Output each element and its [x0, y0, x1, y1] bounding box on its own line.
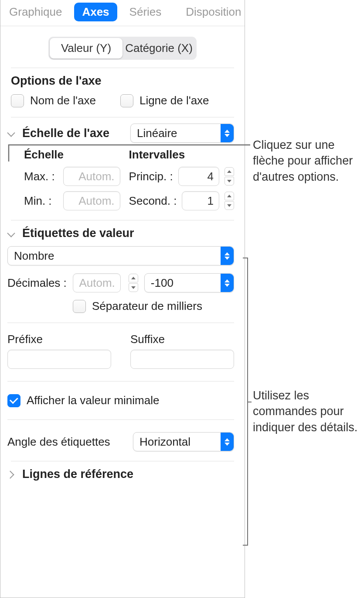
input-decimals[interactable]: Autom. [73, 273, 121, 292]
updown-arrows-icon [221, 124, 234, 142]
annotation-area: Cliquez sur une flèche pour afficher d'a… [245, 0, 364, 598]
stepper-down-icon[interactable] [225, 177, 234, 186]
tab-disposition[interactable]: Disposition [181, 3, 245, 21]
popup-negative-format[interactable]: -100 [144, 273, 234, 292]
checkbox-show-min-value[interactable]: Afficher la valeur minimale [7, 394, 234, 407]
callout-leader-mid [248, 402, 252, 402]
checkbox-checked-icon [7, 394, 20, 407]
disclosure-value-labels[interactable]: Étiquettes de valeur [7, 227, 234, 240]
popup-axis-scale-type[interactable]: Linéaire [130, 124, 234, 143]
label-max: Max. : [24, 170, 60, 183]
section-value-labels: Étiquettes de valeur Nombre Décimales : … [0, 220, 245, 461]
updown-arrows-icon [221, 433, 234, 451]
chevron-down-icon [7, 129, 15, 137]
input-prefix[interactable] [7, 350, 111, 369]
disclosure-reference-lines[interactable]: Lignes de référence [7, 467, 234, 481]
checkbox-label: Ligne de l'axe [139, 94, 209, 107]
updown-arrows-icon [221, 274, 234, 292]
callout-leader-top [7, 144, 253, 170]
input-interval-minor[interactable]: 1 [182, 191, 219, 210]
stepper-up-icon[interactable] [129, 274, 138, 282]
label-prefix: Préfixe [7, 333, 111, 346]
checkbox-icon [120, 94, 133, 107]
checkbox-icon [11, 94, 24, 107]
axis-segmented-control[interactable]: Valeur (Y) Catégorie (X) [48, 37, 197, 60]
stepper-decimals[interactable] [129, 274, 138, 292]
format-inspector-panel: Graphique Axes Séries Disposition Valeur… [0, 0, 245, 598]
label-minor: Second. : [129, 194, 177, 208]
tab-series[interactable]: Séries [125, 3, 166, 21]
segment-category-x[interactable]: Catégorie (X) [122, 38, 195, 58]
section-axis-options: Options de l'axe Nom de l'axe Ligne de l… [0, 68, 245, 117]
checkbox-label: Séparateur de milliers [92, 299, 202, 313]
disclosure-axis-scale[interactable]: Échelle de l'axe [7, 127, 109, 140]
checkbox-axis-name[interactable]: Nom de l'axe [11, 94, 96, 107]
tab-graphique[interactable]: Graphique [5, 3, 66, 21]
main-tab-bar: Graphique Axes Séries Disposition [0, 0, 245, 26]
checkbox-label: Afficher la valeur minimale [27, 394, 159, 407]
label-decimals: Décimales : [7, 276, 67, 290]
chevron-down-icon [7, 230, 15, 237]
popup-value: Linéaire [137, 127, 177, 140]
popup-value: -100 [151, 276, 173, 290]
stepper-down-icon[interactable] [225, 201, 234, 210]
value-labels-title: Étiquettes de valeur [22, 227, 134, 240]
label-min: Min. : [24, 194, 60, 208]
group-prefix: Préfixe [7, 333, 111, 369]
stepper-down-icon[interactable] [129, 283, 138, 292]
label-major: Princip. : [129, 170, 173, 183]
checkbox-label: Nom de l'axe [30, 94, 96, 107]
checkbox-icon [73, 300, 86, 313]
axis-scale-title: Échelle de l'axe [22, 127, 109, 140]
callout-text-mid: Utilisez les commandes pour indiquer des… [253, 388, 360, 435]
popup-value: Nombre [14, 249, 54, 263]
reference-lines-title: Lignes de référence [22, 467, 133, 481]
checkbox-thousands-separator[interactable]: Séparateur de milliers [73, 299, 234, 313]
label-suffix: Suffixe [130, 333, 234, 346]
callout-bracket [243, 258, 248, 546]
callout-text-top: Cliquez sur une flèche pour afficher d'a… [253, 137, 360, 185]
checkbox-axis-line[interactable]: Ligne de l'axe [120, 94, 209, 107]
group-suffix: Suffixe [130, 333, 234, 369]
chevron-right-icon [7, 471, 15, 478]
tab-axes[interactable]: Axes [74, 3, 117, 21]
axis-options-title: Options de l'axe [11, 74, 234, 88]
updown-arrows-icon [221, 247, 234, 265]
section-reference-lines: Lignes de référence [0, 461, 245, 494]
stepper-minor[interactable] [225, 192, 234, 210]
segment-value-y[interactable]: Valeur (Y) [50, 38, 122, 58]
input-suffix[interactable] [130, 350, 234, 369]
popup-label-angle[interactable]: Horizontal [133, 432, 234, 451]
input-scale-min[interactable]: Autom. [63, 191, 120, 210]
popup-value: Horizontal [139, 435, 191, 449]
label-angle: Angle des étiquettes [7, 435, 110, 449]
popup-value-label-format[interactable]: Nombre [7, 246, 234, 265]
stepper-up-icon[interactable] [225, 192, 234, 200]
